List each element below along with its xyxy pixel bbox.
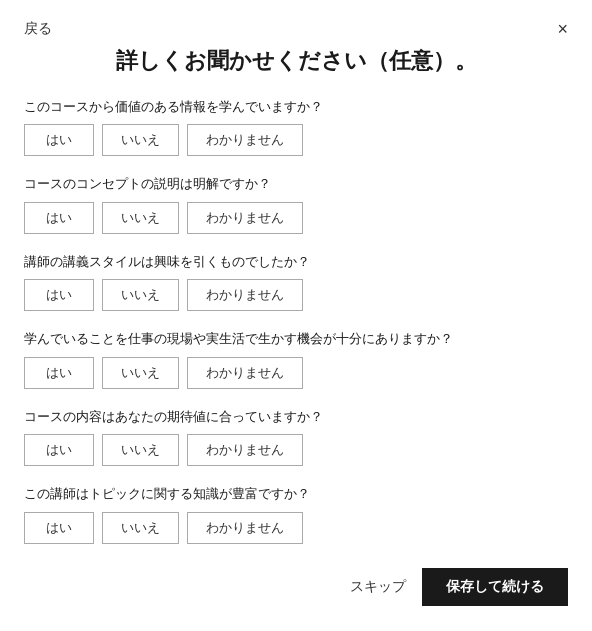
answer-btn-q1-no[interactable]: いいえ [102, 124, 179, 156]
answer-btn-q5-unknown[interactable]: わかりません [187, 434, 303, 466]
modal-footer: スキップ 保存して続ける [24, 568, 568, 606]
answer-btn-q3-yes[interactable]: はい [24, 279, 94, 311]
modal-title: 詳しくお聞かせください（任意）。 [24, 46, 568, 77]
question-text-6: この講師はトピックに関する知識が豊富ですか？ [24, 484, 568, 504]
answer-btn-q5-yes[interactable]: はい [24, 434, 94, 466]
question-text-5: コースの内容はあなたの期待値に合っていますか？ [24, 407, 568, 427]
answer-btn-q3-unknown[interactable]: わかりません [187, 279, 303, 311]
question-section-5: コースの内容はあなたの期待値に合っていますか？はいいいえわかりません [24, 407, 568, 467]
question-section-6: この講師はトピックに関する知識が豊富ですか？はいいいえわかりません [24, 484, 568, 544]
answer-btn-q3-no[interactable]: いいえ [102, 279, 179, 311]
answer-buttons-2: はいいいえわかりません [24, 202, 568, 234]
answer-btn-q2-unknown[interactable]: わかりません [187, 202, 303, 234]
question-text-4: 学んでいることを仕事の現場や実生活で生かす機会が十分にありますか？ [24, 329, 568, 349]
answer-btn-q5-no[interactable]: いいえ [102, 434, 179, 466]
answer-btn-q2-no[interactable]: いいえ [102, 202, 179, 234]
question-text-1: このコースから価値のある情報を学んでいますか？ [24, 97, 568, 117]
answer-buttons-5: はいいいえわかりません [24, 434, 568, 466]
answer-btn-q6-unknown[interactable]: わかりません [187, 512, 303, 544]
answer-btn-q4-yes[interactable]: はい [24, 357, 94, 389]
answer-buttons-1: はいいいえわかりません [24, 124, 568, 156]
answer-btn-q6-no[interactable]: いいえ [102, 512, 179, 544]
question-section-1: このコースから価値のある情報を学んでいますか？はいいいえわかりません [24, 97, 568, 157]
answer-btn-q2-yes[interactable]: はい [24, 202, 94, 234]
back-button[interactable]: 戻る [24, 20, 52, 38]
answer-buttons-6: はいいいえわかりません [24, 512, 568, 544]
answer-btn-q4-no[interactable]: いいえ [102, 357, 179, 389]
modal-header: 戻る × [24, 20, 568, 38]
save-button[interactable]: 保存して続ける [422, 568, 568, 606]
question-text-3: 講師の講義スタイルは興味を引くものでしたか？ [24, 252, 568, 272]
answer-buttons-4: はいいいえわかりません [24, 357, 568, 389]
feedback-modal: 戻る × 詳しくお聞かせください（任意）。 このコースから価値のある情報を学んで… [0, 0, 592, 631]
answer-btn-q1-yes[interactable]: はい [24, 124, 94, 156]
answer-buttons-3: はいいいえわかりません [24, 279, 568, 311]
question-section-3: 講師の講義スタイルは興味を引くものでしたか？はいいいえわかりません [24, 252, 568, 312]
question-text-2: コースのコンセプトの説明は明解ですか？ [24, 174, 568, 194]
questions-container: このコースから価値のある情報を学んでいますか？はいいいえわかりませんコースのコン… [24, 97, 568, 544]
question-section-2: コースのコンセプトの説明は明解ですか？はいいいえわかりません [24, 174, 568, 234]
answer-btn-q1-unknown[interactable]: わかりません [187, 124, 303, 156]
answer-btn-q4-unknown[interactable]: わかりません [187, 357, 303, 389]
close-button[interactable]: × [557, 20, 568, 38]
question-section-4: 学んでいることを仕事の現場や実生活で生かす機会が十分にありますか？はいいいえわか… [24, 329, 568, 389]
answer-btn-q6-yes[interactable]: はい [24, 512, 94, 544]
skip-button[interactable]: スキップ [350, 578, 406, 596]
